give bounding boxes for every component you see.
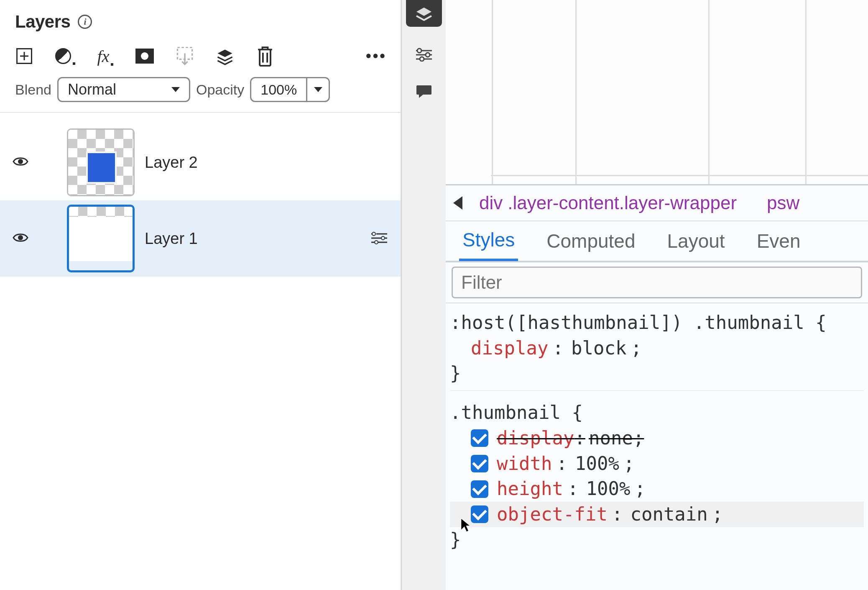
breadcrumb-next[interactable]: psw: [767, 192, 799, 213]
rail-panel-toggle[interactable]: [406, 0, 442, 27]
delete-layer-button[interactable]: [256, 47, 274, 65]
css-declaration[interactable]: display:block;: [450, 336, 864, 361]
layer-thumbnail[interactable]: [67, 205, 135, 272]
breadcrumb-classes[interactable]: .layer-content.layer-wrapper: [508, 192, 737, 213]
tab-computed[interactable]: Computed: [543, 222, 638, 260]
visibility-toggle[interactable]: [13, 232, 28, 245]
info-icon[interactable]: i: [78, 15, 92, 29]
chevron-down-icon: [314, 87, 322, 92]
comments-icon[interactable]: [415, 82, 433, 100]
element-breadcrumb[interactable]: div.layer-content.layer-wrapper psw: [446, 185, 868, 221]
layer-effects-button[interactable]: fx: [95, 47, 114, 65]
property-toggle-checkbox[interactable]: [471, 505, 488, 523]
filter-row: [446, 262, 868, 303]
opacity-label: Opacity: [196, 82, 244, 98]
layers-panel: Layers i fx ••• Blend Normal Opacity: [0, 0, 401, 590]
right-panel: div.layer-content.layer-wrapper psw Styl…: [446, 0, 868, 590]
blend-value: Normal: [68, 81, 116, 98]
svg-point-2: [18, 235, 23, 240]
css-rule[interactable]: :host([hasthumbnail]) .thumbnail { displ…: [450, 310, 864, 391]
devtools-tabs: Styles Computed Layout Even: [446, 221, 868, 262]
layer-thumbnail[interactable]: [67, 128, 135, 196]
property-toggle-checkbox[interactable]: [471, 429, 488, 447]
properties-icon[interactable]: [415, 45, 433, 64]
visibility-toggle[interactable]: [13, 156, 28, 169]
property-toggle-checkbox[interactable]: [471, 455, 488, 472]
opacity-input[interactable]: 100%: [250, 77, 330, 102]
svg-point-15: [426, 53, 430, 57]
layer-row[interactable]: Layer 1: [0, 200, 401, 277]
css-rules: :host([hasthumbnail]) .thumbnail { displ…: [446, 303, 868, 572]
panel-title: Layers: [15, 12, 70, 32]
breadcrumb-tag[interactable]: div: [479, 192, 503, 213]
group-layers-button[interactable]: [216, 47, 234, 65]
css-selector[interactable]: .thumbnail: [450, 402, 561, 423]
tool-rail: [401, 0, 446, 590]
svg-point-12: [417, 49, 421, 53]
property-toggle-checkbox[interactable]: [471, 480, 488, 498]
frame-button[interactable]: [176, 47, 194, 65]
layer-name[interactable]: Layer 2: [145, 154, 198, 172]
blend-mode-select[interactable]: Normal: [57, 77, 190, 102]
breadcrumb-back-icon[interactable]: [453, 196, 462, 210]
blend-label: Blend: [15, 82, 51, 98]
css-declaration[interactable]: display:none;: [450, 426, 864, 451]
svg-point-6: [381, 236, 385, 240]
add-layer-button[interactable]: [15, 47, 33, 65]
blend-opacity-row: Blend Normal Opacity 100%: [0, 73, 401, 113]
panel-header: Layers i: [0, 4, 401, 34]
svg-point-1: [18, 159, 23, 164]
tab-layout[interactable]: Layout: [664, 222, 728, 260]
tab-events[interactable]: Even: [753, 222, 804, 260]
add-mask-button[interactable]: [55, 47, 74, 65]
css-declaration[interactable]: width:100%;: [450, 451, 864, 477]
css-declaration[interactable]: object-fit:contain;: [450, 502, 864, 527]
layer-options-button[interactable]: [370, 231, 388, 246]
chevron-down-icon: [171, 87, 180, 92]
layers-list: Layer 2 Layer 1: [0, 113, 401, 277]
adjustment-layer-button[interactable]: [135, 47, 154, 65]
css-declaration[interactable]: height:100%;: [450, 476, 864, 502]
layers-toolbar: fx •••: [0, 34, 401, 73]
layer-name[interactable]: Layer 1: [145, 230, 198, 248]
devtools-panel: div.layer-content.layer-wrapper psw Styl…: [446, 184, 868, 590]
opacity-stepper[interactable]: [306, 78, 329, 101]
more-options-button[interactable]: •••: [367, 47, 385, 65]
canvas-area[interactable]: [446, 0, 868, 184]
css-selector[interactable]: :host([hasthumbnail]) .thumbnail: [450, 312, 804, 333]
filter-input[interactable]: [452, 267, 862, 298]
svg-point-18: [420, 57, 424, 61]
css-rule[interactable]: .thumbnail { display:none; width:100%; h…: [450, 400, 864, 557]
svg-point-9: [375, 241, 378, 244]
layer-row[interactable]: Layer 2: [0, 124, 401, 200]
svg-point-3: [372, 232, 375, 236]
opacity-value: 100%: [251, 78, 306, 101]
tab-styles[interactable]: Styles: [459, 221, 518, 261]
